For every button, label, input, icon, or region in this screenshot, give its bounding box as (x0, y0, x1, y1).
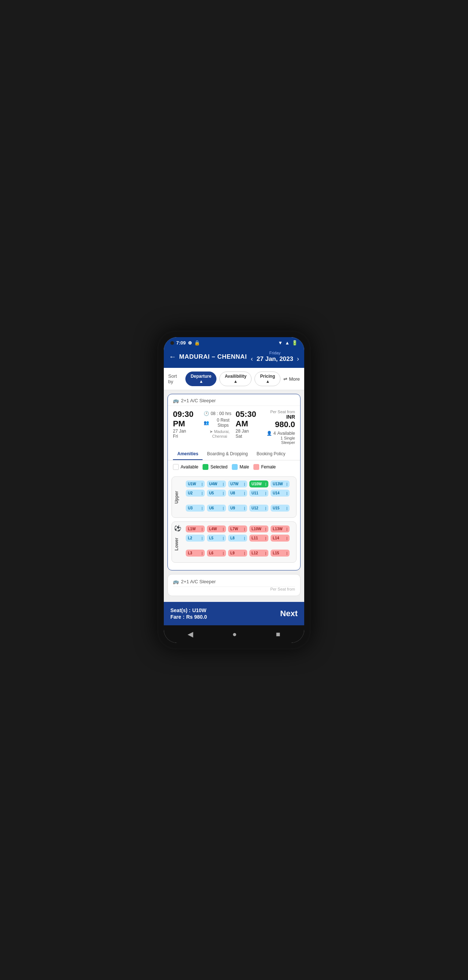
seat-L10W[interactable]: L10W | (249, 525, 268, 532)
lock-icon: 🔒 (194, 340, 200, 345)
nav-recent-button[interactable]: ■ (276, 630, 280, 638)
male-label: Male (239, 465, 249, 469)
tab-boarding[interactable]: Boarding & Dropping (202, 448, 252, 460)
single-sleeper: 1 Single Sleeper (267, 436, 295, 445)
day-label: Friday (251, 351, 299, 355)
seat-L14[interactable]: L14 | (271, 535, 290, 542)
seat-L12[interactable]: L12 | (249, 550, 268, 557)
departure-day: Fri (173, 434, 204, 439)
seat-icon: | (223, 506, 224, 510)
legend-available: Available (173, 464, 198, 470)
seat-icon: | (244, 536, 245, 540)
per-seat-label: Per Seat from (267, 410, 295, 414)
female-label: Female (261, 465, 276, 469)
nav-home-button[interactable]: ● (232, 630, 237, 638)
bus-type-label: 2+1 A/C Sleeper (181, 398, 216, 403)
seat-U13W[interactable]: U13W | (271, 480, 290, 487)
bus-type-icon: 🚌 (173, 398, 179, 403)
bus-type-icon-2: 🚌 (173, 579, 179, 584)
arrival-block: 05:30 AM 28 Jan Sat (236, 410, 266, 439)
seat-icon: | (201, 527, 202, 531)
next-date-button[interactable]: › (297, 355, 299, 363)
seat-U3[interactable]: U3 | (186, 504, 205, 512)
seats-value: U10W (192, 608, 207, 613)
seat-icon: | (223, 536, 224, 540)
tab-policy[interactable]: Booking Policy (252, 448, 290, 460)
seat-icon: | (201, 482, 202, 486)
more-filters[interactable]: ⇌ More (283, 376, 300, 382)
seat-L8[interactable]: L8 | (228, 535, 247, 542)
seat-L2[interactable]: L2 | (186, 535, 205, 542)
bus-card-header: 🚌 2+1 A/C Sleeper (168, 394, 300, 406)
phone-screen: 7:09 ⊕ 🔒 ▼ ▲ 🔋 ← MADURAI – CHENNAI Frida… (164, 337, 304, 643)
arrival-date: 28 Jan (236, 429, 266, 434)
duration: 🕐 08 : 00 hrs (204, 411, 236, 416)
selected-box (202, 464, 209, 470)
current-date: 27 Jan, 2023 (257, 355, 293, 363)
seat-U15[interactable]: U15 | (271, 504, 290, 512)
bus-card-body: 09:30 PM 27 Jan Fri 🕐 08 : 00 hrs 👥 0 Re… (168, 406, 300, 448)
prev-date-button[interactable]: ‹ (251, 355, 253, 363)
bus-card-2-header: 🚌 2+1 A/C Sleeper (173, 579, 295, 587)
seat-icon: | (265, 506, 266, 510)
main-content: 🚌 2+1 A/C Sleeper 09:30 PM 27 Jan Fri 🕐 … (164, 390, 304, 602)
seat-U14[interactable]: U14 | (271, 490, 290, 496)
seats-label: Seat(s) : (170, 608, 191, 613)
seat-L13W[interactable]: L13W | (271, 525, 290, 532)
seat-L4W[interactable]: L4W | (207, 525, 226, 532)
seat-L11[interactable]: L11 | (249, 535, 268, 542)
time-display: 7:09 (176, 340, 186, 345)
seat-U1W[interactable]: U1W | (186, 480, 205, 487)
departure-time: 09:30 PM (173, 410, 204, 429)
seat-L5[interactable]: L5 | (207, 535, 226, 542)
back-button[interactable]: ← (169, 353, 176, 361)
seat-icon: | (223, 482, 224, 486)
sort-chip-pricing[interactable]: Pricing ▴ (255, 372, 280, 386)
bus-card-1: 🚌 2+1 A/C Sleeper 09:30 PM 27 Jan Fri 🕐 … (167, 394, 301, 570)
per-seat-partial: Per Seat from (173, 587, 295, 591)
bus-type-label-2: 2+1 A/C Sleeper (181, 579, 216, 584)
seat-L3[interactable]: L3 | (186, 550, 205, 557)
person-icon: 👤 (267, 431, 272, 436)
tab-amenities[interactable]: Amenities (173, 448, 202, 460)
departure-block: 09:30 PM 27 Jan Fri (173, 410, 204, 439)
clock-icon: 🕐 (204, 411, 209, 416)
arrival-time: 05:30 AM (236, 410, 266, 429)
price-block: Per Seat from INR 980.0 👤 4 Available 1 … (267, 410, 295, 445)
upper-seats-grid: U1W | U4W | U7W | (186, 480, 293, 512)
sort-chip-departure[interactable]: Departure ▴ (185, 372, 216, 386)
seat-U2[interactable]: U2 | (186, 490, 205, 496)
header-date: Friday ‹ 27 Jan, 2023 › (251, 351, 299, 363)
header: ← MADURAI – CHENNAI Friday ‹ 27 Jan, 202… (164, 348, 304, 368)
seat-U11[interactable]: U11 | (249, 490, 268, 496)
seat-icon: | (265, 527, 266, 531)
seat-U10W[interactable]: U10W | (249, 480, 268, 487)
stops-icon: 👥 (204, 420, 209, 425)
next-button[interactable]: Next (280, 609, 298, 618)
seat-L1W[interactable]: L1W | (186, 525, 205, 532)
seat-U12[interactable]: U12 | (249, 504, 268, 512)
seat-fare-info: Seat(s) : U10W Fare : Rs 980.0 (170, 607, 207, 620)
bus-tabs: Amenities Boarding & Dropping Booking Po… (168, 448, 300, 460)
nav-bar: ◀ ● ■ (164, 625, 304, 643)
seat-L7W[interactable]: L7W | (228, 525, 247, 532)
seat-icon: | (286, 482, 287, 486)
seat-icon: | (201, 551, 202, 555)
nav-back-button[interactable]: ◀ (188, 630, 193, 638)
seat-L6[interactable]: L6 | (207, 550, 226, 557)
seat-L9[interactable]: L9 | (228, 550, 247, 557)
available-box (173, 464, 179, 470)
sort-chip-availability[interactable]: Availibility ▴ (220, 372, 252, 386)
seat-L15[interactable]: L15 | (271, 550, 290, 557)
seat-U7W[interactable]: U7W | (228, 480, 247, 487)
arrival-day: Sat (236, 434, 266, 439)
seat-U8[interactable]: U8 | (228, 490, 247, 496)
seat-U4W[interactable]: U4W | (207, 480, 226, 487)
seat-icon: | (201, 492, 202, 495)
phone-frame: 7:09 ⊕ 🔒 ▼ ▲ 🔋 ← MADURAI – CHENNAI Frida… (157, 331, 311, 649)
seat-U6[interactable]: U6 | (207, 504, 226, 512)
bottom-bar: Seat(s) : U10W Fare : Rs 980.0 Next (164, 602, 304, 625)
status-right: ▼ ▲ 🔋 (278, 340, 298, 345)
seat-U5[interactable]: U5 | (207, 490, 226, 496)
seat-U9[interactable]: U9 | (228, 504, 247, 512)
